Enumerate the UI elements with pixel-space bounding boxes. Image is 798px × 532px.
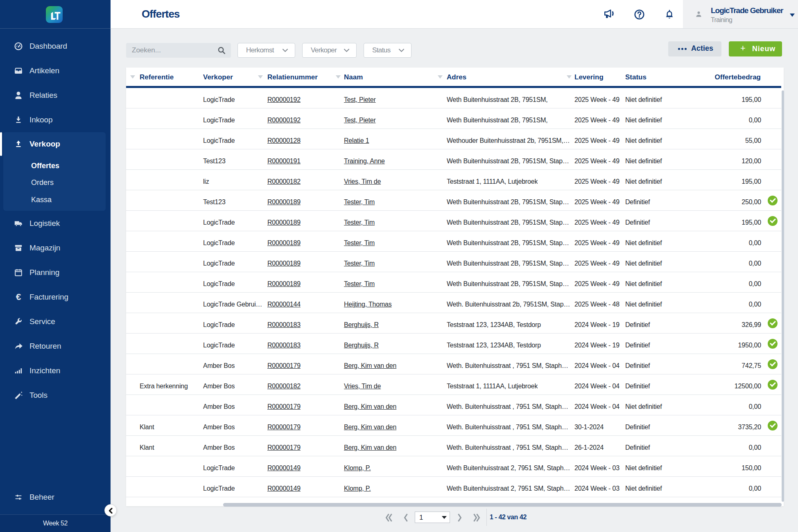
svg-text:€: € [16,293,21,302]
